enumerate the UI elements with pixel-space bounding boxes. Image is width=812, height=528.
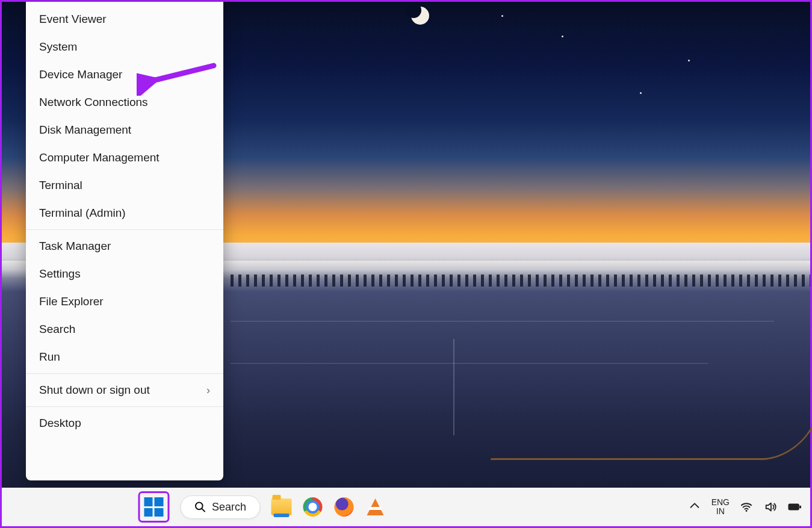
menu-item-label: Event Viewer: [39, 13, 107, 26]
menu-item-shut-down-or-sign-out[interactable]: Shut down or sign out›: [26, 376, 223, 404]
moon-icon: [411, 7, 429, 25]
menu-item-label: Run: [39, 350, 60, 364]
menu-separator: [26, 406, 223, 407]
menu-item-label: Shut down or sign out: [39, 384, 150, 397]
menu-item-file-explorer[interactable]: File Explorer: [26, 288, 223, 315]
menu-item-terminal-admin[interactable]: Terminal (Admin): [26, 199, 223, 227]
menu-item-computer-management[interactable]: Computer Management: [26, 144, 223, 172]
winx-context-menu: Event ViewerSystemDevice ManagerNetwork …: [26, 2, 223, 480]
tree-line: [231, 275, 810, 287]
language-region: IN: [711, 507, 730, 516]
menu-item-label: Settings: [39, 267, 81, 281]
menu-item-label: Disk Management: [39, 123, 131, 137]
firefox-taskbar-icon[interactable]: [333, 497, 354, 517]
menu-item-label: Desktop: [39, 417, 81, 430]
menu-item-label: Search: [39, 323, 75, 336]
wifi-icon[interactable]: [739, 500, 754, 514]
field-line: [453, 339, 454, 435]
language-indicator[interactable]: ENG IN: [711, 498, 730, 517]
taskbar: Search ENG IN: [2, 488, 810, 526]
menu-item-event-viewer[interactable]: Event Viewer: [26, 5, 223, 33]
menu-item-label: Terminal (Admin): [39, 207, 126, 220]
menu-separator: [26, 229, 223, 230]
star-icon: [501, 15, 503, 17]
taskbar-search[interactable]: Search: [180, 495, 260, 519]
menu-item-label: File Explorer: [39, 295, 104, 308]
star-icon: [640, 92, 642, 94]
start-button[interactable]: [138, 491, 169, 523]
language-code: ENG: [711, 498, 730, 507]
file-explorer-taskbar-icon[interactable]: [271, 497, 291, 517]
vlc-icon: [367, 498, 383, 515]
menu-item-search[interactable]: Search: [26, 315, 223, 343]
screenshot-frame: Event ViewerSystemDevice ManagerNetwork …: [0, 0, 812, 528]
field-line: [231, 321, 774, 321]
menu-item-label: Terminal: [39, 179, 82, 192]
svg-rect-5: [799, 506, 801, 509]
menu-item-device-manager[interactable]: Device Manager: [26, 61, 223, 89]
folder-icon: [271, 498, 291, 515]
svg-point-3: [746, 510, 748, 512]
menu-item-task-manager[interactable]: Task Manager: [26, 232, 223, 260]
chrome-icon: [303, 497, 322, 517]
search-icon: [194, 501, 206, 513]
menu-item-run[interactable]: Run: [26, 343, 223, 371]
menu-item-label: Computer Management: [39, 151, 160, 164]
menu-item-network-connections[interactable]: Network Connections: [26, 89, 223, 116]
menu-item-system[interactable]: System: [26, 33, 223, 61]
vlc-taskbar-icon[interactable]: [365, 497, 385, 517]
menu-item-label: Device Manager: [39, 68, 122, 81]
menu-item-disk-management[interactable]: Disk Management: [26, 116, 223, 144]
chrome-taskbar-icon[interactable]: [302, 497, 323, 517]
menu-item-label: Network Connections: [39, 96, 148, 109]
field-line: [231, 363, 708, 364]
chevron-right-icon: ›: [206, 384, 210, 397]
menu-separator: [26, 373, 223, 374]
svg-line-2: [202, 509, 205, 512]
menu-item-settings[interactable]: Settings: [26, 260, 223, 288]
menu-item-terminal[interactable]: Terminal: [26, 172, 223, 199]
windows-logo-icon: [144, 497, 163, 517]
battery-icon[interactable]: [787, 500, 802, 514]
road-curve: [491, 418, 812, 460]
chevron-up-icon: [687, 499, 702, 512]
menu-item-desktop[interactable]: Desktop: [26, 409, 223, 437]
system-tray: ENG IN: [687, 498, 802, 517]
menu-item-label: Task Manager: [39, 240, 111, 253]
tray-overflow-button[interactable]: [687, 499, 702, 515]
firefox-icon: [334, 497, 353, 517]
speaker-icon[interactable]: [763, 500, 778, 514]
svg-rect-4: [788, 504, 799, 511]
taskbar-center: Search: [138, 491, 385, 523]
star-icon: [562, 36, 563, 37]
menu-item-label: System: [39, 40, 77, 54]
star-icon: [688, 60, 690, 61]
search-label: Search: [212, 501, 246, 514]
